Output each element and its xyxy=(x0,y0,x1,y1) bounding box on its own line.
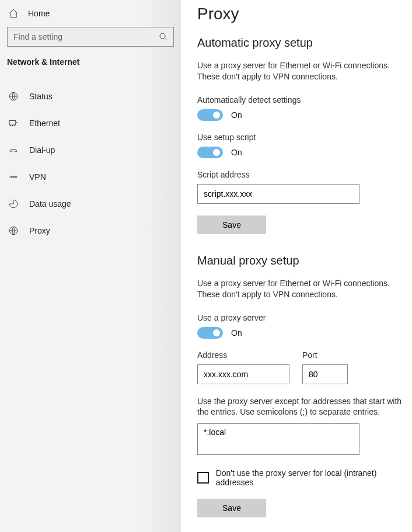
auto-detect-toggle[interactable] xyxy=(197,109,223,121)
sidebar-item-label: Data usage xyxy=(29,199,71,208)
vpn-icon xyxy=(8,172,19,182)
sidebar-item-ethernet[interactable]: Ethernet xyxy=(0,110,181,137)
svg-point-4 xyxy=(15,176,17,178)
auto-save-button[interactable]: Save xyxy=(197,215,266,234)
sidebar-item-label: Ethernet xyxy=(29,119,60,128)
search-icon xyxy=(158,32,169,42)
script-address-input[interactable] xyxy=(197,184,359,204)
sidebar-item-label: VPN xyxy=(29,172,46,182)
data-usage-icon xyxy=(8,199,19,209)
auto-proxy-title: Automatic proxy setup xyxy=(197,36,412,50)
search-input[interactable] xyxy=(8,27,153,46)
home-icon xyxy=(8,8,19,19)
auto-proxy-desc: Use a proxy server for Ethernet or Wi-Fi… xyxy=(197,60,412,82)
sidebar-home-label: Home xyxy=(28,9,50,18)
manual-proxy-desc: Use a proxy server for Ethernet or Wi-Fi… xyxy=(197,278,412,300)
sidebar-nav: Status Ethernet Dial-up VPN xyxy=(0,83,181,244)
sidebar-item-proxy[interactable]: Proxy xyxy=(0,217,181,244)
address-input[interactable] xyxy=(197,364,289,384)
setup-script-label: Use setup script xyxy=(197,133,412,142)
svg-point-0 xyxy=(160,33,165,39)
use-proxy-label: Use a proxy server xyxy=(197,313,412,322)
bypass-local-checkbox[interactable] xyxy=(197,472,209,484)
auto-detect-state: On xyxy=(231,110,242,120)
status-icon xyxy=(8,91,19,102)
address-label: Address xyxy=(197,350,289,360)
auto-detect-label: Automatically detect settings xyxy=(197,95,412,105)
dialup-icon xyxy=(8,145,19,155)
port-input[interactable] xyxy=(302,364,348,384)
script-address-label: Script address xyxy=(197,170,412,179)
sidebar-item-label: Status xyxy=(29,92,53,101)
sidebar-home[interactable]: Home xyxy=(0,0,181,23)
sidebar-item-label: Proxy xyxy=(29,226,50,235)
sidebar-item-status[interactable]: Status xyxy=(0,83,181,110)
use-proxy-state: On xyxy=(231,328,242,338)
sidebar-item-data-usage[interactable]: Data usage xyxy=(0,190,181,217)
page-title: Proxy xyxy=(197,5,412,23)
exceptions-input[interactable] xyxy=(197,423,359,455)
setup-script-toggle[interactable] xyxy=(197,147,223,158)
sidebar-item-dialup[interactable]: Dial-up xyxy=(0,137,181,164)
manual-proxy-title: Manual proxy setup xyxy=(197,254,412,267)
port-label: Port xyxy=(302,350,348,360)
bypass-local-label: Don't use the proxy server for local (in… xyxy=(216,468,412,487)
svg-rect-2 xyxy=(9,121,16,126)
manual-save-button[interactable]: Save xyxy=(197,499,266,517)
except-desc: Use the proxy server except for addresse… xyxy=(197,396,412,418)
sidebar: Home Network & Internet Status xyxy=(0,0,181,532)
search-box[interactable] xyxy=(7,27,174,47)
main-panel: Proxy Automatic proxy setup Use a proxy … xyxy=(181,0,412,532)
ethernet-icon xyxy=(8,118,19,128)
sidebar-section-title: Network & Internet xyxy=(0,57,181,83)
sidebar-item-vpn[interactable]: VPN xyxy=(0,164,181,190)
proxy-icon xyxy=(8,225,19,236)
sidebar-item-label: Dial-up xyxy=(29,145,55,155)
setup-script-state: On xyxy=(231,148,242,157)
use-proxy-toggle[interactable] xyxy=(197,327,223,339)
svg-point-3 xyxy=(10,176,12,178)
